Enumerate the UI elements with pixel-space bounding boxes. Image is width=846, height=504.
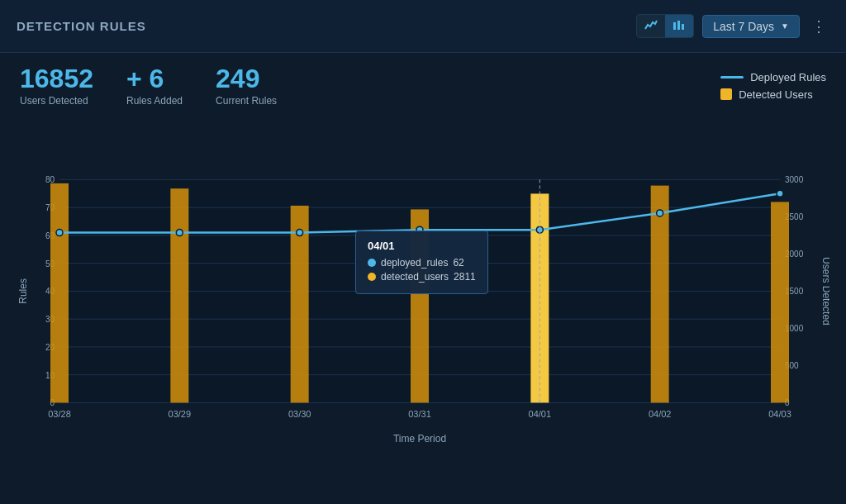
more-options-icon[interactable]: ⋮ — [808, 17, 829, 36]
bar-chart-button[interactable] — [665, 15, 693, 37]
time-range-label: Last 7 Days — [713, 20, 774, 33]
svg-point-38 — [176, 230, 183, 236]
svg-text:80: 80 — [45, 176, 55, 185]
detected-users-legend-bar — [720, 88, 732, 100]
deployed-rules-legend-line — [720, 76, 744, 78]
svg-text:Time Period: Time Period — [393, 434, 446, 445]
users-detected-label: Users Detected — [20, 95, 93, 107]
deployed-rules-legend: Deployed Rules — [720, 71, 826, 83]
svg-text:03/30: 03/30 — [288, 410, 311, 420]
header: DETECTION RULES Last 7 Days — [0, 0, 846, 53]
current-rules-label: Current Rules — [216, 95, 277, 107]
svg-rect-35 — [651, 186, 669, 403]
svg-rect-33 — [411, 210, 429, 403]
svg-point-42 — [657, 210, 663, 216]
line-chart-button[interactable] — [637, 15, 665, 37]
main-chart-svg: 0102030405060708005001000150020002500300… — [17, 115, 829, 496]
detected-users-legend-label: Detected Users — [739, 88, 813, 101]
svg-text:03/31: 03/31 — [408, 410, 431, 420]
svg-rect-0 — [673, 22, 676, 30]
rules-added-value: + 6 — [126, 64, 183, 93]
svg-point-39 — [297, 230, 303, 236]
stats-row: 16852 Users Detected + 6 Rules Added 249… — [0, 53, 846, 115]
main-container: DETECTION RULES Last 7 Days — [0, 0, 846, 504]
deployed-rules-legend-label: Deployed Rules — [750, 71, 826, 83]
page-title: DETECTION RULES — [17, 19, 146, 33]
rules-added-label: Rules Added — [126, 95, 183, 107]
dropdown-arrow-icon: ▼ — [781, 21, 789, 31]
time-range-dropdown[interactable]: Last 7 Days ▼ — [702, 15, 800, 38]
current-rules-stat: 249 Current Rules — [216, 64, 277, 107]
svg-text:Rules: Rules — [17, 278, 29, 304]
users-detected-stat: 16852 Users Detected — [20, 64, 93, 107]
svg-rect-30 — [50, 183, 69, 403]
svg-point-43 — [777, 190, 783, 197]
svg-text:Users Detected: Users Detected — [820, 257, 829, 326]
svg-text:04/02: 04/02 — [649, 410, 672, 420]
chart-type-toggle — [636, 14, 694, 38]
svg-text:04/01: 04/01 — [529, 410, 552, 420]
svg-rect-2 — [682, 24, 684, 30]
users-detected-value: 16852 — [20, 64, 93, 93]
svg-text:03/28: 03/28 — [48, 410, 71, 420]
svg-rect-31 — [170, 188, 188, 402]
chart-area: 0102030405060708005001000150020002500300… — [0, 115, 846, 504]
svg-point-40 — [416, 226, 423, 233]
svg-text:04/03: 04/03 — [768, 410, 791, 420]
svg-text:3000: 3000 — [785, 176, 804, 185]
detected-users-legend: Detected Users — [720, 88, 826, 101]
svg-text:03/29: 03/29 — [169, 410, 192, 420]
svg-rect-1 — [677, 21, 680, 30]
svg-point-37 — [56, 230, 63, 236]
header-controls: Last 7 Days ▼ ⋮ — [636, 14, 829, 38]
svg-rect-36 — [771, 202, 789, 403]
chart-legend: Deployed Rules Detected Users — [720, 71, 826, 101]
current-rules-value: 249 — [216, 64, 277, 93]
rules-added-stat: + 6 Rules Added — [126, 64, 183, 107]
